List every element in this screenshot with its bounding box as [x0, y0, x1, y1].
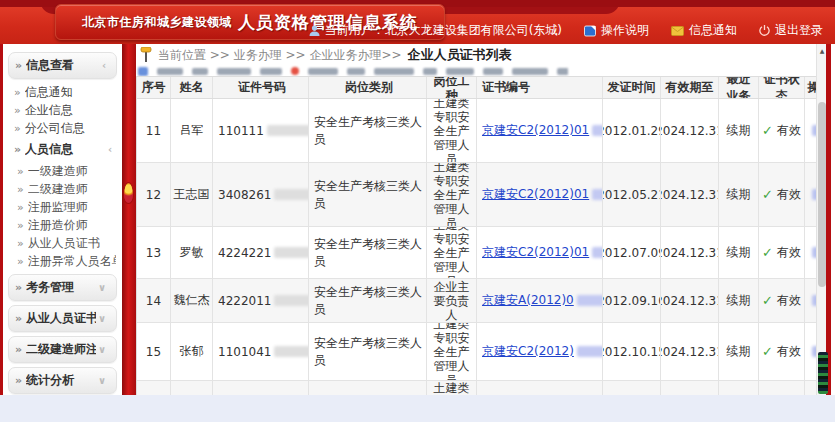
logout-link[interactable]: 退出登录	[759, 22, 823, 39]
table-row: 11吕军110111安全生产考核三类人员土建类专职安全生产管理人员京建安C2(2…	[137, 99, 816, 163]
user-bar: 当前用户：北京大龙建设集团有限公司(东城) 操作说明 信息通知 退出登录	[309, 22, 823, 39]
double-chevron-icon: »	[14, 86, 21, 99]
cell-name: 张郁	[171, 323, 213, 380]
cell-recent-business: 续期	[719, 99, 759, 162]
cell-id-number: 3408261	[213, 163, 309, 226]
sidebar-item[interactable]: »统计分析∨	[8, 367, 117, 394]
cell-issue-date: 2012.09.10	[603, 279, 661, 322]
column-header: 岗位类别	[309, 77, 427, 98]
certificate-link[interactable]: 京建安C2(2012)01	[482, 186, 603, 203]
sidebar-item-label: 二级建造师注册	[26, 341, 96, 358]
redacted-id-blob	[267, 125, 309, 136]
right-red-border	[826, 44, 831, 395]
cell-action	[805, 163, 816, 226]
sidebar-item[interactable]: »人员信息‹	[3, 137, 122, 162]
table-row: 13罗敏4224221安全生产考核三类人员土建类专职安全生产管理人员京建安C2(…	[137, 227, 816, 279]
redacted-cert-blob	[577, 295, 603, 306]
cell-recent-business: 续期	[719, 163, 759, 226]
sidebar-item[interactable]: »一级建造师	[3, 162, 122, 180]
status-label: 有效	[777, 122, 801, 139]
cell-id-number: 4222011	[213, 279, 309, 322]
cert-prefix: 京建安A(2012)0	[482, 292, 574, 309]
main-area: »信息查看‹»信息通知»企业信息»分公司信息»人员信息‹»一级建造师»二级建造师…	[0, 44, 835, 395]
cell-action	[805, 279, 816, 322]
double-chevron-icon: »	[17, 255, 24, 268]
cell-recent-business: 续期	[719, 227, 759, 278]
vertical-scrollbar[interactable]: ▲ ▼	[816, 44, 826, 395]
sidebar-item[interactable]: »二级建造师	[3, 180, 122, 198]
notice-link[interactable]: 信息通知	[671, 22, 737, 39]
column-header: 序号	[137, 77, 171, 98]
redacted-id-blob	[274, 247, 309, 258]
table-row: 15张郁1101041安全生产考核三类人员土建类专职安全生产管理人员京建安C2(…	[137, 323, 816, 381]
sidebar-item[interactable]: »信息通知	[3, 83, 122, 101]
cell-name: 王志国	[171, 163, 213, 226]
double-chevron-icon: »	[14, 122, 21, 135]
scrollbar-thumb[interactable]	[818, 102, 826, 287]
cell-status: ✓有效	[759, 279, 805, 322]
table-row: 12王志国3408261安全生产考核三类人员土建类专职安全生产管理人员京建安C2…	[137, 163, 816, 227]
redacted-blob	[423, 68, 437, 75]
certificate-link[interactable]: 京建安C2(2012)	[482, 343, 603, 360]
redacted-blob	[260, 68, 282, 75]
sidebar-item[interactable]: »从业人员证书	[3, 234, 122, 252]
cell-name: 吕军	[171, 99, 213, 162]
sidebar-item[interactable]: »信息查看‹	[8, 52, 117, 79]
cert-prefix: 京建安C2(2012)01	[482, 244, 589, 261]
cell-expire-date	[661, 381, 719, 395]
sidebar-item-label: 人员信息	[25, 141, 106, 158]
column-header: 最近业务	[719, 77, 759, 98]
cell-seq: 13	[137, 227, 171, 278]
current-user: 当前用户：北京大龙建设集团有限公司(东城)	[309, 22, 562, 39]
redacted-id-blob	[274, 346, 309, 357]
sidebar-item[interactable]: »注册造价师	[3, 216, 122, 234]
certificate-link[interactable]: 京建安C2(2012)01	[482, 244, 603, 261]
column-header: 有效期至	[661, 77, 719, 98]
double-chevron-icon: »	[15, 343, 22, 356]
sidebar-item-label: 注册造价师	[28, 217, 116, 234]
sidebar-item-label: 信息查看	[26, 57, 100, 74]
help-link[interactable]: 操作说明	[584, 22, 649, 39]
sidebar-item-label: 从业人员证书管理	[26, 310, 96, 327]
redacted-blob	[374, 68, 414, 75]
scroll-up-arrow[interactable]: ▲	[817, 45, 826, 55]
id-prefix: 3408261	[218, 188, 271, 202]
certificate-link[interactable]: 京建安A(2012)0	[482, 292, 603, 309]
sidebar-item[interactable]: »注册异常人员名单	[3, 252, 122, 270]
sidebar-item[interactable]: »从业人员证书管理∨	[8, 305, 117, 332]
cert-prefix: 京建安C2(2012)01	[482, 186, 589, 203]
sidebar-item[interactable]: »企业信息	[3, 101, 122, 119]
certificate-table: 序号姓名证件号码岗位类别岗位工种证书编号发证时间有效期至最近业务证书状态操作 1…	[136, 76, 816, 395]
cell-seq: 15	[137, 323, 171, 380]
redacted-cert-blob	[592, 247, 603, 258]
cell-expire-date: 2024.12.31	[661, 99, 719, 162]
sidebar-item[interactable]: »注册监理师	[3, 198, 122, 216]
sidebar-item-label: 注册监理师	[28, 199, 116, 216]
envelope-icon	[671, 26, 684, 36]
id-prefix: 1101041	[218, 345, 271, 359]
cell-category: 安全生产考核三类人员	[309, 99, 427, 162]
cell-id-number	[213, 381, 309, 395]
sidebar-item[interactable]: »考务管理∨	[8, 274, 117, 301]
double-chevron-icon: »	[17, 183, 24, 196]
cell-issue-date: 2012.07.09	[603, 227, 661, 278]
column-header: 证书状态	[759, 77, 805, 98]
breadcrumb-path[interactable]: 当前位置 >> 业务办理 >> 企业业务办理>>	[158, 47, 402, 64]
cell-seq: 11	[137, 99, 171, 162]
power-icon	[759, 25, 770, 36]
cell-expire-date: 2024.12.31	[661, 227, 719, 278]
redacted-blob	[157, 68, 183, 75]
cell-job-type: 土建类专职安全生产管理人员	[427, 381, 477, 395]
cell-cert-number: 京建安C2(2012)	[477, 323, 603, 380]
redacted-blob	[512, 68, 548, 75]
app-window: 北京市住房和城乡建设领域 人员资格管理信息系统 当前用户：北京大龙建设集团有限公…	[0, 0, 835, 422]
cell-job-type: 土建类专职安全生产管理人员	[427, 323, 477, 380]
cell-status: ✓有效	[759, 99, 805, 162]
sidebar-item[interactable]: »二级建造师注册∨	[8, 336, 117, 363]
cell-seq	[137, 381, 171, 395]
sidebar-item[interactable]: »分公司信息	[3, 119, 122, 137]
certificate-link[interactable]: 京建安C2(2012)01	[482, 122, 603, 139]
cell-job-type: 土建类专职安全生产管理人员	[427, 227, 477, 278]
cell-issue-date: 2012.10.15	[603, 323, 661, 380]
chevron-down-icon: ∨	[98, 282, 106, 293]
